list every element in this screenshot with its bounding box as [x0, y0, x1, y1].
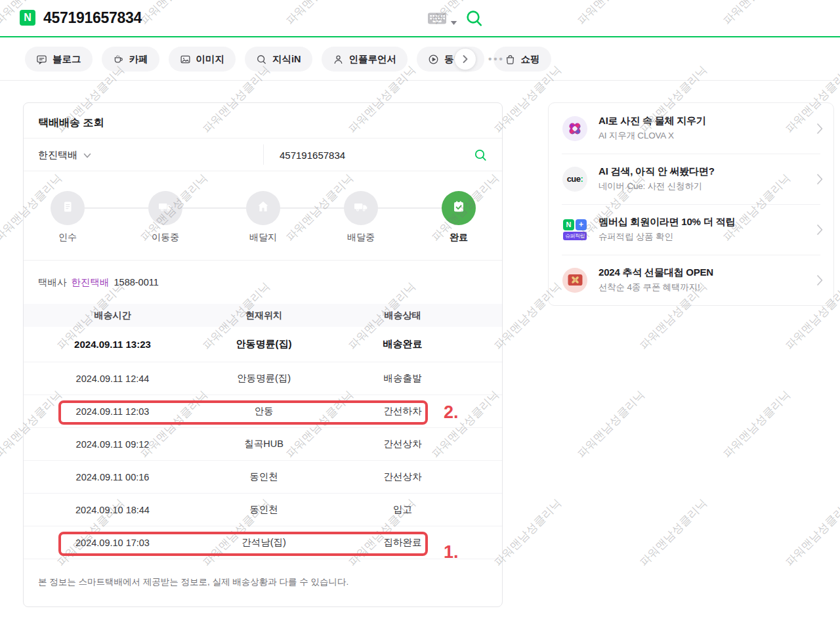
progress-step-label: 배달중 [342, 232, 380, 244]
delivery-status: 배송출발 [326, 372, 479, 385]
promo-item[interactable]: AI로 사진 속 물체 지우기 AI 지우개 CLOVA X [549, 103, 833, 154]
promo-title: AI 검색, 아직 안 써봤다면? [598, 165, 833, 178]
current-location: 안동명륜(집) [201, 338, 326, 351]
progress-step-label: 완료 [440, 232, 478, 244]
progress-step-label: 배달지 [244, 232, 282, 244]
cafe-icon [113, 54, 124, 65]
search-tab-bar: 블로그 카페 이미지 지식iN 인플루언서 동영상 쇼핑 ••• [0, 37, 840, 81]
membership-icon: N+슈퍼적립 [562, 219, 588, 240]
chevron-down-icon [83, 149, 91, 161]
promo-subtitle: 슈퍼적립 상품 확인 [598, 231, 833, 243]
gift-icon [562, 268, 588, 293]
truck-icon [352, 198, 369, 218]
table-row: 2024.09.11 13:23 안동명륜(집) 배송완료 [24, 327, 502, 362]
card-title: 택배배송 조회 [38, 117, 104, 128]
promo-title: 멤버십 회원이라면 10% 더 적립 [598, 216, 833, 228]
delivery-status: 집하완료 [326, 536, 479, 549]
card-title-row: 택배배송 조회 [24, 103, 502, 138]
receipt-icon [60, 199, 75, 217]
chevron-right-icon [816, 224, 823, 236]
current-location: 동인천 [201, 471, 326, 483]
tracking-table-body: 2024.09.11 13:23 안동명륜(집) 배송완료 2024.09.11… [24, 327, 502, 559]
video-icon [428, 54, 439, 65]
check-board-icon [450, 198, 467, 218]
delivery-time: 2024.09.10 18:44 [24, 505, 201, 515]
search-header: N 457191657834 [0, 0, 840, 37]
tab-이미지[interactable]: 이미지 [169, 47, 236, 72]
naver-logo[interactable]: N [20, 10, 35, 26]
more-tabs-button[interactable]: ••• [488, 53, 505, 64]
tab-카페[interactable]: 카페 [102, 47, 159, 72]
delivery-status: 간선하차 [326, 405, 479, 417]
delivery-time: 2024.09.11 12:03 [24, 406, 201, 417]
table-row: 2024.09.11 12:03 안동 간선하차 [24, 395, 502, 428]
promo-sidebar-card: AI로 사진 속 물체 지우기 AI 지우개 CLOVA X cue: AI 검… [548, 102, 834, 306]
delivery-time: 2024.09.11 00:16 [24, 472, 201, 482]
tracking-search-icon[interactable] [474, 148, 488, 165]
carrier-select-value: 한진택배 [38, 149, 77, 161]
search-query[interactable]: 457191657834 [43, 9, 142, 27]
col-delivery-status: 배송상태 [326, 310, 479, 322]
promo-item[interactable]: N+슈퍼적립 멤버십 회원이라면 10% 더 적립 슈퍼적립 상품 확인 [549, 204, 833, 255]
delivery-time: 2024.09.11 09:12 [24, 439, 201, 450]
current-location: 간석남(집) [201, 536, 326, 549]
watermark-text: 파워맨남성클리닉 [782, 496, 840, 569]
progress-step: 배달지 [244, 191, 282, 244]
tab-지식iN[interactable]: 지식iN [245, 47, 312, 72]
delivery-progress: 인수 이동중 배달지 배달중 완료 [24, 171, 502, 261]
delivery-status: 배송완료 [326, 338, 479, 351]
tracking-number-input[interactable]: 457191657834 [280, 138, 345, 171]
table-row: 2024.09.10 18:44 동인천 입고 [24, 494, 502, 526]
progress-step: 배달중 [342, 191, 380, 244]
tracking-form-row: 한진택배 457191657834 [24, 138, 502, 171]
table-header: 배송시간 현재위치 배송상태 [24, 304, 502, 327]
col-current-location: 현재위치 [201, 310, 326, 322]
current-location: 안동 [201, 405, 326, 417]
delivery-status: 간선상차 [326, 438, 479, 450]
progress-step: 완료 [440, 191, 478, 244]
table-row: 2024.09.10 17:03 간석남(집) 집하완료 [24, 526, 502, 559]
home-icon [255, 199, 271, 217]
chevron-right-icon [816, 173, 823, 185]
progress-step-label: 인수 [49, 232, 87, 244]
current-location: 칠곡HUB [201, 438, 326, 450]
chevron-right-icon [816, 123, 823, 135]
parcel-tracking-card: 택배배송 조회 한진택배 457191657834 인수 이동중 배달지 배달중… [23, 102, 503, 607]
carrier-select[interactable]: 한진택배 [38, 138, 91, 171]
carrier-label: 택배사 [38, 276, 67, 289]
shopping-icon [505, 54, 516, 65]
tabs-next-button[interactable] [454, 48, 476, 70]
delivery-status: 입고 [326, 503, 479, 516]
carrier-link[interactable]: 한진택배 [72, 276, 110, 289]
progress-step: 이동중 [146, 191, 184, 244]
promo-item[interactable]: 2024 추석 선물대첩 OPEN 선착순 4종 쿠폰 혜택까지! [549, 255, 833, 305]
chevron-right-icon [816, 274, 823, 286]
promo-subtitle: AI 지우개 CLOVA X [598, 130, 833, 142]
kin-search-icon [256, 54, 267, 65]
current-location: 동인천 [201, 503, 326, 516]
caret-down-icon[interactable] [450, 16, 457, 28]
disclaimer-note: 본 정보는 스마트택배에서 제공받는 정보로, 실제 배송상황과 다를 수 있습… [38, 576, 488, 588]
delivery-status: 간선상차 [326, 471, 479, 483]
table-row: 2024.09.11 09:12 칠곡HUB 간선상차 [24, 428, 502, 461]
progress-step: 인수 [49, 191, 87, 244]
carrier-info-row: 택배사 한진택배 1588-0011 [24, 261, 502, 304]
col-delivery-time: 배송시간 [24, 310, 201, 322]
blog-icon [36, 54, 47, 65]
search-icon[interactable] [465, 9, 484, 31]
delivery-time: 2024.09.11 12:44 [24, 373, 201, 384]
tab-블로그[interactable]: 블로그 [25, 47, 93, 72]
truck-icon [157, 198, 174, 218]
promo-subtitle: 선착순 4종 쿠폰 혜택까지! [598, 282, 833, 293]
clova-x-icon [562, 116, 588, 141]
delivery-time: 2024.09.11 13:23 [24, 339, 201, 350]
promo-item[interactable]: cue: AI 검색, 아직 안 써봤다면? 네이버 Cue: 사전 신청하기 [549, 154, 833, 204]
tab-인플루언서[interactable]: 인플루언서 [322, 47, 408, 72]
cue-icon: cue: [562, 167, 588, 192]
promo-subtitle: 네이버 Cue: 사전 신청하기 [598, 181, 833, 192]
current-location: 안동명륜(집) [201, 372, 326, 385]
delivery-time: 2024.09.10 17:03 [24, 538, 201, 548]
watermark-text: 파워맨남성클리닉 [637, 496, 710, 569]
promo-title: 2024 추석 선물대첩 OPEN [598, 266, 833, 279]
keyboard-icon[interactable] [427, 11, 447, 28]
